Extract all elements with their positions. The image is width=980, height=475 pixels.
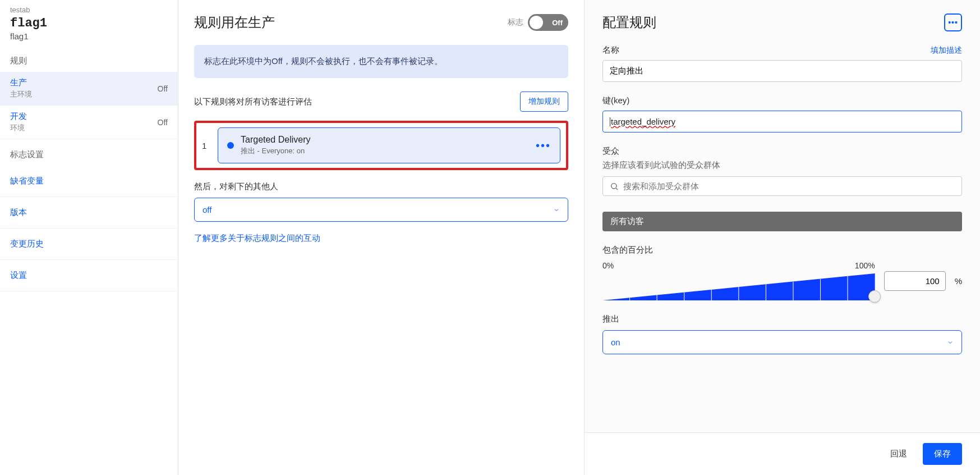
env-sub: 环境 (10, 123, 27, 133)
env-sub: 主环境 (10, 89, 32, 99)
rule-title: Targeted Delivery (241, 135, 311, 145)
search-icon (610, 182, 619, 191)
env-name: 生产 (10, 77, 32, 88)
rollout-value: on (611, 337, 620, 347)
nav-versions[interactable]: 版本 (0, 197, 178, 229)
nav-history[interactable]: 变更历史 (0, 229, 178, 260)
rules-main-panel: 规则用在生产 标志 Off 标志在此环境中为Off，规则不会被执行，也不会有事件… (178, 0, 585, 475)
percent-slider[interactable]: 0% 100% (602, 261, 875, 300)
toggle-state-text: Off (552, 19, 563, 27)
status-dot-icon (227, 142, 234, 149)
save-button[interactable]: 保存 (923, 443, 962, 465)
nav-default-vars[interactable]: 缺省变量 (0, 166, 178, 197)
audience-search-input[interactable] (623, 181, 955, 191)
flag-header: testab flag1 flag1 (0, 0, 178, 45)
rule-key-value: targeted_delivery (611, 117, 675, 126)
rule-name-input[interactable] (602, 60, 962, 82)
rule-more-icon[interactable]: ••• (536, 139, 551, 152)
toggle-knob (530, 16, 543, 29)
config-title: 配置规则 (602, 13, 656, 31)
else-label: 然后，对剩下的其他人 (194, 181, 568, 192)
slider-ramp-icon (602, 272, 875, 302)
audience-desc: 选择应该看到此试验的受众群体 (602, 160, 962, 171)
off-state-banner: 标志在此环境中为Off，规则不会被执行，也不会有事件被记录。 (194, 45, 568, 78)
rule-config-panel: 配置规则 ••• 名称 填加描述 键(key) targeted_deliver… (585, 0, 980, 475)
nav-settings[interactable]: 设置 (0, 260, 178, 291)
flag-settings-label: 标志设置 (0, 139, 178, 166)
svg-line-5 (616, 188, 618, 190)
left-sidebar: testab flag1 flag1 规则 生产 主环境 Off 开发 环境 O… (0, 0, 178, 475)
percent-label: 包含的百分比 (602, 245, 962, 255)
slider-max-label: 100% (855, 261, 875, 270)
more-horizontal-icon: ••• (948, 18, 958, 27)
chevron-down-icon (553, 207, 560, 213)
else-deliver-value: off (203, 205, 211, 214)
panel-menu-button[interactable]: ••• (944, 13, 962, 31)
back-button[interactable]: 回退 (882, 443, 915, 465)
percent-sign: % (955, 276, 962, 286)
flag-toggle[interactable]: Off (528, 14, 568, 31)
env-status: Off (158, 118, 168, 127)
add-rule-button[interactable]: 增加规则 (520, 92, 568, 112)
svg-point-4 (611, 183, 616, 188)
add-description-link[interactable]: 填加描述 (931, 45, 962, 56)
rule-card[interactable]: Targeted Delivery 推出 - Everyone: on ••• (218, 127, 560, 163)
rollout-label: 推出 (602, 314, 962, 325)
rollout-select[interactable]: on (602, 330, 962, 354)
rule-card-highlight: 1 Targeted Delivery 推出 - Everyone: on ••… (194, 121, 568, 170)
slider-min-label: 0% (602, 261, 614, 270)
slider-handle[interactable] (868, 290, 881, 303)
panel-footer: 回退 保存 (585, 432, 980, 475)
env-item-development[interactable]: 开发 环境 Off (0, 106, 178, 139)
learn-more-link[interactable]: 了解更多关于标志规则之间的互动 (194, 233, 320, 244)
rule-index: 1 (202, 141, 210, 150)
rule-key-input[interactable]: targeted_delivery (602, 111, 962, 133)
rules-eval-label: 以下规则将对所有访客进行评估 (194, 97, 312, 107)
env-status: Off (158, 84, 168, 93)
audience-search-box[interactable] (602, 176, 962, 196)
breadcrumb[interactable]: testab (10, 6, 168, 14)
audience-label: 受众 (602, 146, 962, 157)
else-deliver-select[interactable]: off (194, 198, 568, 222)
name-label: 名称 (602, 45, 619, 56)
percent-input[interactable] (884, 271, 946, 291)
rule-subtitle: 推出 - Everyone: on (241, 146, 311, 156)
all-visitors-tag: 所有访客 (602, 212, 962, 231)
flag-name: flag1 (10, 16, 168, 30)
chevron-down-icon (947, 339, 954, 346)
env-item-production[interactable]: 生产 主环境 Off (0, 72, 178, 106)
toggle-label: 标志 (508, 17, 523, 28)
page-title: 规则用在生产 (194, 13, 275, 31)
rules-section-label: 规则 (0, 45, 178, 72)
flag-key: flag1 (10, 31, 168, 41)
key-label: 键(key) (602, 95, 962, 106)
env-name: 开发 (10, 111, 27, 122)
